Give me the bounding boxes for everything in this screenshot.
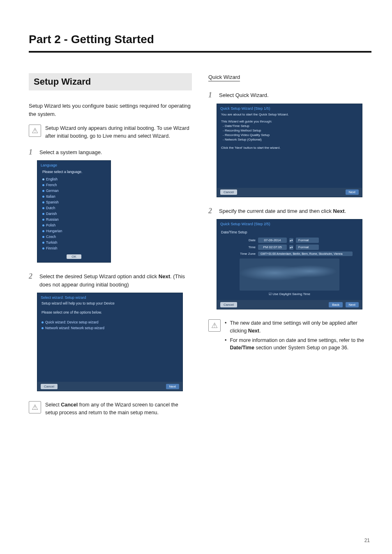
- quick-dialog-footer: Cancel Next: [217, 188, 362, 197]
- lang-dialog-prompt: Please select a language.: [37, 169, 111, 176]
- dt-back-button[interactable]: Back: [329, 302, 343, 307]
- quick-line-3: - Date/Time Setup: [217, 124, 362, 128]
- quick-line-2: This Wizard will guide you through:: [217, 119, 362, 124]
- step-number-2: 2: [29, 272, 35, 280]
- note-datetime: ⚠ •The new date and time settings will o…: [208, 319, 371, 353]
- quick-line-7: Click the 'Next' button to start the wiz…: [217, 145, 362, 150]
- tz-field[interactable]: GMT+01:00 Amsterdam, Berlin, Bern, Rome,…: [258, 252, 353, 256]
- lang-option-italian[interactable]: Italian: [37, 194, 111, 199]
- lang-option-danish[interactable]: Danish: [37, 211, 111, 217]
- select-wizard-screenshot: Select wizard: Setup wizard Setup wizard…: [37, 293, 183, 391]
- dt-dialog-title: Quick Setup Wizard (Step 2/5): [217, 219, 362, 230]
- intro-text: Setup Wizard lets you configure basic se…: [29, 102, 192, 118]
- lang-option-turkish[interactable]: Turkish: [37, 240, 111, 245]
- lang-option-german[interactable]: German: [37, 188, 111, 194]
- select-next-button[interactable]: Next: [166, 384, 179, 389]
- time-field[interactable]: PM 02:07:05: [258, 245, 287, 250]
- note-text: Setup Wizard only appears during initial…: [45, 125, 192, 140]
- note-datetime-list: •The new date and time settings will onl…: [225, 319, 371, 353]
- lang-option-finnish[interactable]: Finnish: [37, 245, 111, 251]
- step-number-1: 1: [29, 148, 35, 156]
- section-title: Setup Wizard: [34, 76, 187, 87]
- title-rule: [29, 51, 371, 53]
- note-initial-booting: ⚠ Setup Wizard only appears during initi…: [29, 125, 192, 140]
- select-dialog-sub: Setup wizard will help you to setup your…: [37, 300, 182, 309]
- dt-next-button[interactable]: Next: [346, 302, 359, 307]
- lang-option-french[interactable]: French: [37, 182, 111, 188]
- quick-line-5: - Recording Video Quality Setup: [217, 133, 362, 137]
- time-label: Time: [238, 245, 256, 249]
- lang-option-spanish[interactable]: Spanish: [37, 199, 111, 205]
- lang-option-czech[interactable]: Czech: [37, 234, 111, 240]
- select-option-network[interactable]: Network wizard: Network setup wizard: [37, 325, 182, 331]
- quick-dialog-title: Quick Setup Wizard (Step 1/5): [217, 104, 362, 112]
- language-dialog-screenshot: Language Please select a language. Engli…: [37, 160, 111, 263]
- warning-icon: ⚠: [208, 319, 221, 332]
- step-2-text: Select the desired Setup Wizard option a…: [39, 272, 192, 289]
- note-cancel-text: Select Cancel from any of the Wizard scr…: [45, 401, 192, 417]
- dst-checkbox[interactable]: Use Daylight Saving Time: [217, 291, 362, 296]
- lang-dialog-title: Language: [37, 163, 111, 169]
- date-label: Date: [238, 238, 256, 242]
- quick-line-1: You are about to start the Quick Setup W…: [217, 112, 362, 117]
- warning-icon: ⚠: [29, 401, 41, 413]
- page-number: 21: [364, 538, 370, 543]
- warning-icon: ⚠: [29, 125, 41, 137]
- lang-option-russian[interactable]: Russian: [37, 217, 111, 222]
- select-dialog-prompt: Please select one of the options below.: [37, 309, 182, 319]
- datetime-dialog-screenshot: Quick Setup Wizard (Step 2/5) Date/Time …: [217, 219, 362, 309]
- note-cancel: ⚠ Select Cancel from any of the Wizard s…: [29, 401, 192, 417]
- part-title: Part 2 - Getting Started: [29, 33, 371, 46]
- section-header: Setup Wizard: [29, 73, 192, 90]
- time-format-dropdown[interactable]: Format: [296, 245, 319, 250]
- r-step-2-text: Specify the current date and time and th…: [219, 207, 346, 215]
- dt-cancel-button[interactable]: Cancel: [220, 302, 237, 307]
- date-format-dropdown[interactable]: Format: [296, 238, 319, 243]
- quick-wizard-heading: Quick Wizard: [208, 73, 371, 91]
- lang-option-dutch[interactable]: Dutch: [37, 205, 111, 211]
- lang-ok-button[interactable]: OK: [67, 254, 81, 259]
- lang-option-english[interactable]: English: [37, 176, 111, 182]
- lang-option-hungarian[interactable]: Hungarian: [37, 228, 111, 234]
- select-cancel-button[interactable]: Cancel: [41, 384, 58, 389]
- select-dialog-title: Select wizard: Setup wizard: [37, 293, 182, 300]
- lang-option-polish[interactable]: Polish: [37, 222, 111, 228]
- date-field[interactable]: 07-09-2014: [258, 238, 287, 243]
- select-dialog-footer: Cancel Next: [37, 382, 182, 391]
- r-step-number-2: 2: [208, 207, 215, 215]
- world-map-image: [240, 259, 339, 291]
- tz-label: Time Zone: [238, 252, 256, 256]
- date-spinner[interactable]: ▴▾: [289, 238, 293, 243]
- r-step-number-1: 1: [208, 91, 215, 99]
- dt-dialog-footer: Cancel Back Next: [217, 300, 362, 309]
- quick-line-6: - Network Setup (Optional): [217, 137, 362, 142]
- dt-group-label: Date/Time Setup: [217, 230, 362, 237]
- step-1-text: Select a system language.: [39, 148, 102, 157]
- time-spinner[interactable]: ▴▾: [289, 245, 293, 250]
- quick-cancel-button[interactable]: Cancel: [220, 189, 237, 195]
- select-option-quick[interactable]: Quick wizard: Device setup wizard: [37, 319, 182, 325]
- quick-wizard-step1-screenshot: Quick Setup Wizard (Step 1/5) You are ab…: [217, 104, 362, 197]
- quick-next-button[interactable]: Next: [346, 189, 359, 195]
- quick-line-4: - Recording Method Setup: [217, 128, 362, 133]
- r-step-1-text: Select Quick Wizard.: [219, 91, 269, 99]
